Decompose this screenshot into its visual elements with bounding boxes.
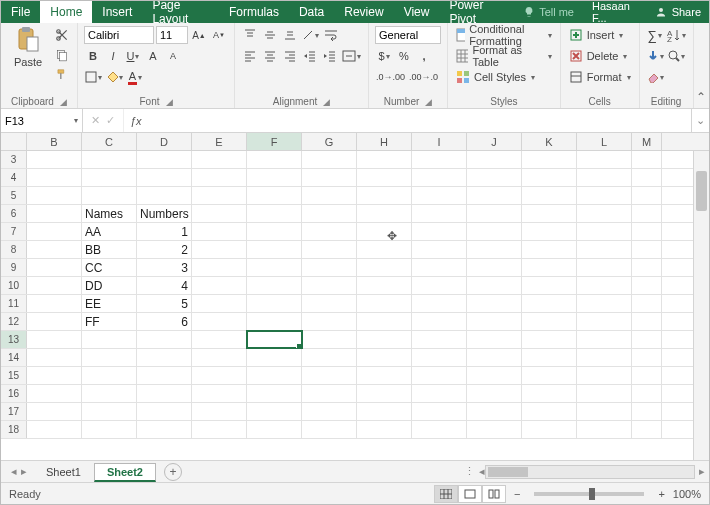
cell-C14[interactable] (82, 349, 137, 366)
select-all-corner[interactable] (1, 133, 27, 150)
cell-I18[interactable] (412, 421, 467, 438)
tab-power-pivot[interactable]: Power Pivot (439, 1, 513, 23)
cell-D14[interactable] (137, 349, 192, 366)
cell-D13[interactable] (137, 331, 192, 348)
cell-H3[interactable] (357, 151, 412, 168)
cell-B11[interactable] (27, 295, 82, 312)
cell-M16[interactable] (632, 385, 662, 402)
cell-E13[interactable] (192, 331, 247, 348)
cell-E11[interactable] (192, 295, 247, 312)
cell-B17[interactable] (27, 403, 82, 420)
cell-K5[interactable] (522, 187, 577, 204)
cell-D9[interactable]: 3 (137, 259, 192, 276)
col-header-B[interactable]: B (27, 133, 82, 150)
cell-F11[interactable] (247, 295, 302, 312)
cell-J14[interactable] (467, 349, 522, 366)
cell-B10[interactable] (27, 277, 82, 294)
expand-formula-bar-button[interactable]: ⌄ (691, 109, 709, 132)
fill-button[interactable]: ▾ (646, 47, 665, 65)
zoom-out-button[interactable]: − (514, 488, 520, 500)
row-header-4[interactable]: 4 (1, 169, 27, 186)
cell-G11[interactable] (302, 295, 357, 312)
row-header-9[interactable]: 9 (1, 259, 27, 276)
cell-C16[interactable] (82, 385, 137, 402)
page-layout-view-button[interactable] (458, 485, 482, 503)
font-color-button[interactable]: A▾ (126, 68, 144, 86)
cell-K9[interactable] (522, 259, 577, 276)
row-header-3[interactable]: 3 (1, 151, 27, 168)
row-header-11[interactable]: 11 (1, 295, 27, 312)
cell-K3[interactable] (522, 151, 577, 168)
cell-F5[interactable] (247, 187, 302, 204)
cell-C18[interactable] (82, 421, 137, 438)
cell-E14[interactable] (192, 349, 247, 366)
col-header-H[interactable]: H (357, 133, 412, 150)
cell-K14[interactable] (522, 349, 577, 366)
cell-E7[interactable] (192, 223, 247, 240)
cell-G5[interactable] (302, 187, 357, 204)
bold-button[interactable]: B (84, 47, 102, 65)
cell-G6[interactable] (302, 205, 357, 222)
cell-D12[interactable]: 6 (137, 313, 192, 330)
cell-M13[interactable] (632, 331, 662, 348)
font-size-select[interactable] (156, 26, 188, 44)
hscroll-right[interactable]: ▸ (699, 465, 705, 478)
cell-K12[interactable] (522, 313, 577, 330)
col-header-L[interactable]: L (577, 133, 632, 150)
cell-E10[interactable] (192, 277, 247, 294)
cell-C6[interactable]: Names (82, 205, 137, 222)
sheet-tab-sheet1[interactable]: Sheet1 (33, 463, 94, 482)
cell-M11[interactable] (632, 295, 662, 312)
align-center-button[interactable] (261, 47, 279, 65)
cell-F13[interactable] (247, 331, 302, 348)
cell-H16[interactable] (357, 385, 412, 402)
cell-I13[interactable] (412, 331, 467, 348)
cell-M4[interactable] (632, 169, 662, 186)
cell-B9[interactable] (27, 259, 82, 276)
cell-D7[interactable]: 1 (137, 223, 192, 240)
cell-L4[interactable] (577, 169, 632, 186)
tab-view[interactable]: View (394, 1, 440, 23)
cell-K10[interactable] (522, 277, 577, 294)
tab-split-handle[interactable]: ⋮ (464, 465, 479, 478)
cell-C17[interactable] (82, 403, 137, 420)
cell-H9[interactable] (357, 259, 412, 276)
sheet-nav-next[interactable]: ▸ (21, 465, 27, 478)
tab-file[interactable]: File (1, 1, 40, 23)
cell-B18[interactable] (27, 421, 82, 438)
align-right-button[interactable] (281, 47, 299, 65)
decrease-font-alt[interactable]: A (164, 47, 182, 65)
cell-L8[interactable] (577, 241, 632, 258)
cell-J17[interactable] (467, 403, 522, 420)
cell-D8[interactable]: 2 (137, 241, 192, 258)
decrease-decimal-button[interactable]: .00→.0 (408, 68, 439, 86)
col-header-C[interactable]: C (82, 133, 137, 150)
cell-G7[interactable] (302, 223, 357, 240)
cell-F18[interactable] (247, 421, 302, 438)
cell-M17[interactable] (632, 403, 662, 420)
tab-insert[interactable]: Insert (92, 1, 142, 23)
cell-M18[interactable] (632, 421, 662, 438)
cell-F9[interactable] (247, 259, 302, 276)
cell-K11[interactable] (522, 295, 577, 312)
tab-formulas[interactable]: Formulas (219, 1, 289, 23)
cell-E9[interactable] (192, 259, 247, 276)
cell-B13[interactable] (27, 331, 82, 348)
cell-G18[interactable] (302, 421, 357, 438)
italic-button[interactable]: I (104, 47, 122, 65)
cell-F12[interactable] (247, 313, 302, 330)
cell-I4[interactable] (412, 169, 467, 186)
cell-B8[interactable] (27, 241, 82, 258)
cell-E15[interactable] (192, 367, 247, 384)
border-button[interactable]: ▾ (84, 68, 103, 86)
cell-J9[interactable] (467, 259, 522, 276)
cell-E3[interactable] (192, 151, 247, 168)
cell-M7[interactable] (632, 223, 662, 240)
cell-F17[interactable] (247, 403, 302, 420)
cell-I12[interactable] (412, 313, 467, 330)
cell-M10[interactable] (632, 277, 662, 294)
cell-J10[interactable] (467, 277, 522, 294)
underline-button[interactable]: U▾ (124, 47, 142, 65)
cell-B6[interactable] (27, 205, 82, 222)
cell-J7[interactable] (467, 223, 522, 240)
